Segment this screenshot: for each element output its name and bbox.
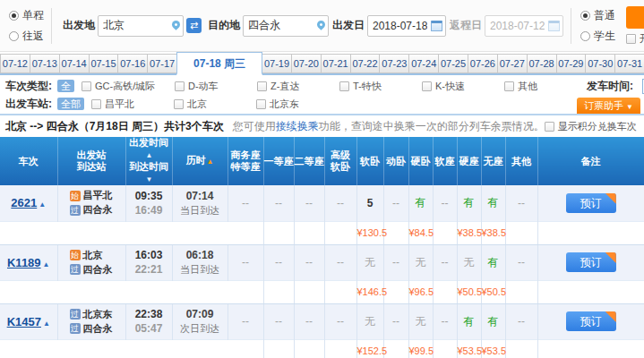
one-way-label: 单程 [22, 8, 44, 23]
price-cell: ¥50.5 [481, 280, 505, 303]
seat-cell: 无 [356, 244, 383, 280]
train-type-filter-row: 车次类型: 全部 GC-高铁/城际 D-动车 Z-直达 T-特快 K-快速 [5, 78, 639, 94]
price-cell [228, 221, 263, 244]
seat-cell: -- [263, 303, 294, 339]
book-button[interactable]: 预订 [566, 311, 616, 331]
expand-route-icon[interactable]: ▲ [43, 260, 50, 268]
train-type-option[interactable]: D-动车 [175, 80, 257, 93]
station-filter-row: 出发车站: 全部 昌平北 北京 北京东 [5, 96, 639, 112]
date-tab[interactable]: 07-20 [291, 54, 322, 73]
from-input[interactable] [98, 15, 184, 37]
radio-student-passenger[interactable]: 学生 [580, 29, 615, 44]
date-tab[interactable]: 07-25 [438, 54, 468, 73]
radio-unselected-icon [580, 31, 590, 41]
col-other: 其他 [505, 137, 537, 185]
origin-badge: 始 [70, 191, 81, 201]
price-cell: ¥53.5 [481, 339, 505, 358]
date-tab[interactable]: 07-13 [30, 54, 60, 73]
train-type-option-label: GC-高铁/城际 [95, 80, 155, 93]
date-tab[interactable]: 07-29 [556, 54, 587, 73]
col-times-sortable[interactable]: 出发时间▲到达时间▼ [125, 137, 172, 185]
route-summary: 北京 --> 四合永（7月18日 周三）共计3个车次 [5, 119, 224, 134]
train-type-option[interactable]: GC-高铁/城际 [82, 80, 175, 93]
book-button[interactable]: 预订 [566, 193, 616, 213]
train-type-label: 车次类型: [5, 79, 52, 94]
radio-unselected-icon [9, 31, 19, 41]
train-row: 2621▲ 始昌平北 过四合永 09:3516:49 07:14当日到达 -- … [0, 185, 644, 221]
train-type-option[interactable]: Z-直达 [257, 80, 339, 93]
date-tab[interactable]: 07-22 [350, 54, 381, 73]
date-tab[interactable]: 07-26 [468, 54, 498, 73]
station-all-badge[interactable]: 全部 [57, 98, 84, 110]
seat-cell: -- [294, 185, 324, 221]
date-tab-selected[interactable]: 07-18 周三 [176, 52, 262, 75]
date-tab[interactable]: 07-24 [408, 54, 439, 73]
station-option[interactable]: 昌平北 [91, 98, 174, 111]
expand-route-icon[interactable]: ▲ [39, 200, 46, 209]
radio-normal-passenger[interactable]: 普通 [580, 8, 615, 23]
expand-route-icon[interactable]: ▲ [43, 320, 50, 328]
train-number-link[interactable]: K1457 [7, 315, 41, 328]
date-tabs: 07-12 07-13 07-14 07-15 07-16 07-17 07-1… [0, 52, 644, 75]
query-button[interactable]: 查询 [626, 6, 644, 29]
seat-cell: 有 [408, 185, 433, 221]
train-type-option[interactable]: 其他 [504, 80, 587, 93]
origin-badge: 始 [70, 250, 81, 260]
arrive-day: 当日到达 [173, 203, 228, 217]
calendar-icon[interactable] [431, 21, 442, 31]
date-tab[interactable]: 07-17 [147, 54, 177, 73]
filters-panel: 车次类型: 全部 GC-高铁/城际 D-动车 Z-直达 T-特快 K-快速 [0, 75, 644, 115]
date-tab[interactable]: 07-19 [262, 54, 292, 73]
auto-query-checkbox-item[interactable]: 开启自动查询 [626, 32, 644, 46]
booking-helper-button[interactable]: 订票助手 ▼ [577, 98, 640, 114]
date-tab[interactable]: 07-21 [321, 54, 351, 73]
search-bar: 单程 往返 出发地 ⇄ 目的地 出发日 返程日 [0, 0, 644, 52]
train-type-option[interactable]: K-快速 [422, 80, 504, 93]
checkbox-icon [257, 81, 267, 91]
date-tab[interactable]: 07-28 [527, 54, 557, 73]
train-type-option[interactable]: T-特快 [339, 80, 422, 93]
price-cell: ¥50.5 [457, 280, 481, 303]
swap-stations-icon[interactable]: ⇄ [186, 18, 202, 33]
price-cell: ¥38.5 [481, 221, 505, 244]
book-button[interactable]: 预订 [566, 252, 616, 272]
seat-cell: 无 [457, 244, 481, 280]
price-cell [433, 221, 457, 244]
date-tab[interactable]: 07-27 [497, 54, 528, 73]
train-number-link[interactable]: K1189 [7, 256, 41, 269]
seat-cell: -- [228, 303, 263, 339]
radio-one-way[interactable]: 单程 [9, 8, 44, 23]
to-input[interactable] [243, 15, 329, 37]
station-option[interactable]: 北京东 [256, 98, 339, 111]
date-tab[interactable]: 07-14 [59, 54, 90, 73]
date-tab[interactable]: 07-15 [89, 54, 119, 73]
price-cell: ¥84.5 [408, 221, 433, 244]
date-tab[interactable]: 07-23 [379, 54, 409, 73]
seat-cell: -- [324, 303, 356, 339]
price-cell: ¥96.5 [408, 280, 433, 303]
depart-time-filter: 发车时间: 00:00--24:00 ▼ [587, 79, 644, 94]
col-soft-seat: 软座 [433, 137, 457, 185]
price-cell [324, 221, 356, 244]
col-duration-sortable[interactable]: 历时▲ [172, 137, 228, 185]
points-trains-checkbox-item[interactable]: 显示积分兑换车次 [545, 120, 637, 133]
chevron-down-icon: ▼ [626, 103, 633, 111]
transfer-link[interactable]: 接续换乘 [276, 120, 319, 132]
date-tab[interactable]: 07-30 [585, 54, 615, 73]
checkbox-icon [91, 99, 101, 109]
price-cell [263, 280, 294, 303]
duration: 07:09 [173, 307, 228, 321]
train-type-all-badge[interactable]: 全部 [57, 80, 74, 92]
col-soft-sleeper: 软卧 [356, 137, 383, 185]
seat-cell: -- [383, 185, 408, 221]
arrive-day: 当日到达 [173, 262, 228, 277]
col-stations: 出发站到达站 [57, 137, 125, 185]
station-option[interactable]: 北京 [174, 98, 256, 111]
train-number-link[interactable]: 2621 [11, 196, 37, 209]
date-tab[interactable]: 07-31 [614, 54, 644, 73]
date-tab[interactable]: 07-16 [117, 54, 148, 73]
radio-round-trip[interactable]: 往返 [9, 29, 44, 44]
seat-cell: 有 [457, 185, 481, 221]
depart-date-wrap [367, 15, 446, 37]
date-tab[interactable]: 07-12 [0, 54, 30, 73]
